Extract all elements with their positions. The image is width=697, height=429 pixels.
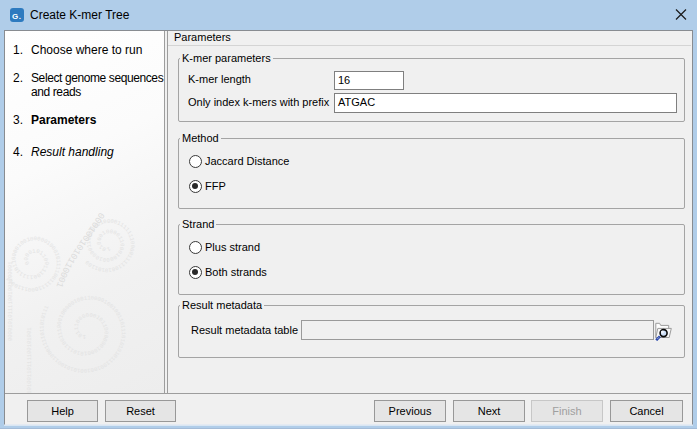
svg-text:0001001010110001: 0001001010110001: [54, 210, 106, 288]
